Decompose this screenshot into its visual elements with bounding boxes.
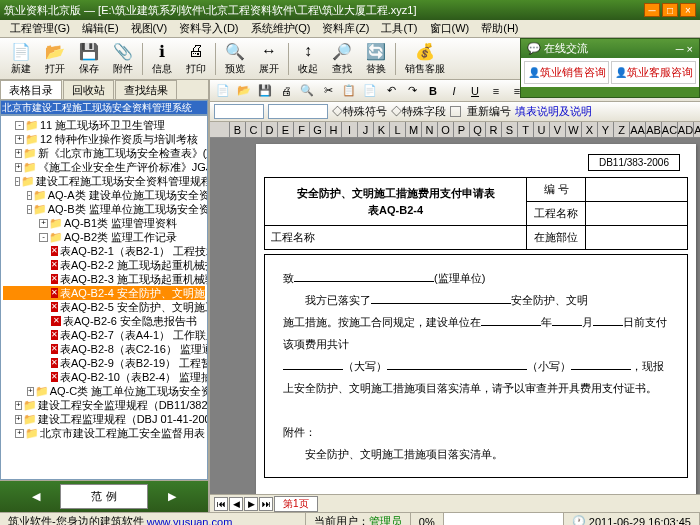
minimize-button[interactable]: ─ xyxy=(644,3,660,17)
column-header[interactable]: AB xyxy=(646,122,662,137)
left-tab[interactable]: 回收站 xyxy=(63,80,114,99)
tree-node[interactable]: -📁AQ-B类 监理单位施工现场安全资料 xyxy=(3,202,205,216)
column-header[interactable]: F xyxy=(294,122,310,137)
column-header[interactable]: G xyxy=(310,122,326,137)
tree-node[interactable]: ✕表AQ-B2-3 施工现场起重机械验 xyxy=(3,272,205,286)
column-header[interactable]: AA xyxy=(630,122,646,137)
tree-toggle-icon[interactable]: + xyxy=(15,149,22,158)
range-prev-icon[interactable]: ◀ xyxy=(32,490,40,503)
column-header[interactable]: U xyxy=(534,122,550,137)
tree-path-input[interactable] xyxy=(0,100,208,115)
tree-node[interactable]: +📁北京市建设工程施工安全监督用表 xyxy=(3,426,205,440)
tree-node[interactable]: -📁建设工程施工现场安全资料管理规程(DB11/ xyxy=(3,174,205,188)
tool-打开[interactable]: 📂打开 xyxy=(38,38,72,79)
column-header[interactable]: M xyxy=(406,122,422,137)
paste-icon[interactable]: 📄 xyxy=(361,82,379,100)
tree-node[interactable]: ✕表AQ-B2-8（表C2-16） 监理通知 xyxy=(3,342,205,356)
undo-icon[interactable]: ↶ xyxy=(382,82,400,100)
tool-收起[interactable]: ↕收起 xyxy=(291,38,325,79)
tree-toggle-icon[interactable]: - xyxy=(27,205,32,214)
menu-item[interactable]: 系统维护(Q) xyxy=(245,20,317,37)
column-header[interactable]: Z xyxy=(614,122,630,137)
tree-node[interactable]: -📁AQ-A类 建设单位施工现场安全资料 xyxy=(3,188,205,202)
column-header[interactable]: O xyxy=(438,122,454,137)
column-header[interactable]: H xyxy=(326,122,342,137)
tree-node[interactable]: +📁建设工程安全监理规程（DB11/382-2006） xyxy=(3,398,205,412)
menu-item[interactable]: 工程管理(G) xyxy=(4,20,76,37)
range-next-icon[interactable]: ▶ xyxy=(168,490,176,503)
cell-ref-input[interactable] xyxy=(214,104,264,119)
column-header[interactable]: V xyxy=(550,122,566,137)
tree-node[interactable]: ✕表AQ-B2-1（表B2-1） 工程技术 xyxy=(3,244,205,258)
document-scroll-area[interactable]: DB11/383-2006 安全防护、文明施工措施费用支付申请表 表AQ-B2-… xyxy=(210,138,700,494)
column-header[interactable]: Y xyxy=(598,122,614,137)
open-icon[interactable]: 📂 xyxy=(235,82,253,100)
tree-node[interactable]: ✕表AQ-B2-9（表B2-19） 工程暂停 xyxy=(3,356,205,370)
tree-node[interactable]: +📁建设工程监理规程（DBJ 01-41-2002） xyxy=(3,412,205,426)
tree-toggle-icon[interactable]: - xyxy=(15,121,24,130)
column-header[interactable]: AE xyxy=(694,122,700,137)
tree-toggle-icon[interactable]: - xyxy=(27,191,32,200)
redo-icon[interactable]: ↷ xyxy=(403,82,421,100)
left-tab[interactable]: 查找结果 xyxy=(115,80,177,99)
italic-icon[interactable]: I xyxy=(445,82,463,100)
column-header[interactable]: I xyxy=(342,122,358,137)
column-header[interactable]: D xyxy=(262,122,278,137)
tool-替换[interactable]: 🔄替换 xyxy=(359,38,393,79)
tree-node[interactable]: +📁12 特种作业操作资质与培训考核 xyxy=(3,132,205,146)
tree-node[interactable]: ✕表AQ-B2-10（表B2-4） 监理抽查 xyxy=(3,370,205,384)
status-url[interactable]: www.yusuan.com xyxy=(147,516,233,526)
special-symbol-button[interactable]: ◇特殊符号 xyxy=(332,104,387,119)
column-header[interactable]: B xyxy=(230,122,246,137)
page-next-button[interactable]: ▶ xyxy=(244,497,258,511)
page-tab[interactable]: 第1页 xyxy=(274,496,318,512)
left-tab[interactable]: 表格目录 xyxy=(0,80,62,99)
preview-icon[interactable]: 🔍 xyxy=(298,82,316,100)
column-header[interactable]: AD xyxy=(678,122,694,137)
column-header[interactable]: S xyxy=(502,122,518,137)
menu-item[interactable]: 资料导入(D) xyxy=(173,20,244,37)
close-button[interactable]: × xyxy=(680,3,696,17)
tool-打印[interactable]: 🖨打印 xyxy=(179,38,213,79)
tree-node[interactable]: +📁AQ-C类 施工单位施工现场安全资料 xyxy=(3,384,205,398)
tree-view[interactable]: -📁11 施工现场环卫卫生管理+📁12 特种作业操作资质与培训考核+📁新《北京市… xyxy=(0,115,208,480)
tree-toggle-icon[interactable]: + xyxy=(27,387,34,396)
column-header[interactable]: W xyxy=(566,122,582,137)
cut-icon[interactable]: ✂ xyxy=(319,82,337,100)
tool-附件[interactable]: 📎附件 xyxy=(106,38,140,79)
column-header[interactable]: P xyxy=(454,122,470,137)
tree-node[interactable]: ✕表AQ-B2-6 安全隐患报告书 xyxy=(3,314,205,328)
tool-信息[interactable]: ℹ信息 xyxy=(145,38,179,79)
column-header[interactable]: AC xyxy=(662,122,678,137)
field-project[interactable] xyxy=(586,202,688,226)
underline-icon[interactable]: U xyxy=(466,82,484,100)
align-left-icon[interactable]: ≡ xyxy=(487,82,505,100)
tool-查找[interactable]: 🔎查找 xyxy=(325,38,359,79)
save-icon[interactable]: 💾 xyxy=(256,82,274,100)
menu-item[interactable]: 窗口(W) xyxy=(424,20,476,37)
column-header[interactable]: Q xyxy=(470,122,486,137)
tree-node[interactable]: -📁11 施工现场环卫卫生管理 xyxy=(3,118,205,132)
sales-consult-button[interactable]: 👤筑业销售咨询 xyxy=(524,61,609,84)
menu-item[interactable]: 资料库(Z) xyxy=(316,20,375,37)
menu-item[interactable]: 视图(V) xyxy=(125,20,174,37)
tree-toggle-icon[interactable]: + xyxy=(15,415,22,424)
column-header[interactable]: N xyxy=(422,122,438,137)
menu-item[interactable]: 工具(T) xyxy=(375,20,423,37)
column-header[interactable]: T xyxy=(518,122,534,137)
tool-展开[interactable]: ↔展开 xyxy=(252,38,286,79)
print-icon[interactable]: 🖨 xyxy=(277,82,295,100)
tree-node[interactable]: -📁AQ-B2类 监理工作记录 xyxy=(3,230,205,244)
column-header[interactable]: R xyxy=(486,122,502,137)
field-number[interactable] xyxy=(586,178,688,202)
tool-新建[interactable]: 📄新建 xyxy=(4,38,38,79)
tree-node[interactable]: ✕表AQ-B2-5 安全防护、文明施工 xyxy=(3,300,205,314)
maximize-button[interactable]: □ xyxy=(662,3,678,17)
bold-icon[interactable]: B xyxy=(424,82,442,100)
formula-input[interactable] xyxy=(268,104,328,119)
copy-icon[interactable]: 📋 xyxy=(340,82,358,100)
help-link[interactable]: 填表说明及说明 xyxy=(515,104,592,119)
page-last-button[interactable]: ⏭ xyxy=(259,497,273,511)
tool-保存[interactable]: 💾保存 xyxy=(72,38,106,79)
tree-toggle-icon[interactable]: + xyxy=(15,135,24,144)
